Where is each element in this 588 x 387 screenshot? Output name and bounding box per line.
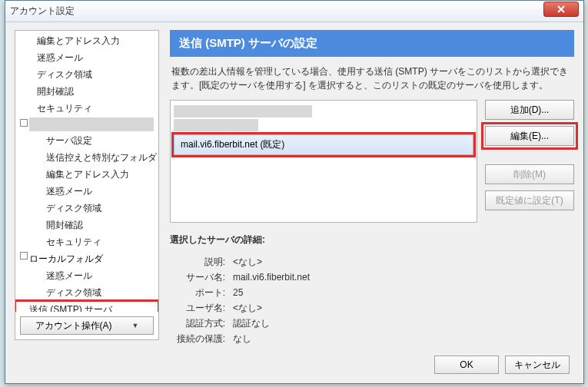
detail-key: ポート: <box>170 285 225 300</box>
detail-key: サーバ名: <box>170 270 225 285</box>
account-operations-label: アカウント操作(A) <box>35 319 112 332</box>
tree-item[interactable]: 開封確認 <box>15 83 158 100</box>
detail-key: ユーザ名: <box>170 300 225 316</box>
smtp-server-list[interactable]: mail.vi6.fiberbit.net (既定) <box>170 100 477 223</box>
ok-button[interactable]: OK <box>434 356 499 374</box>
account-tree: 編集とアドレス入力 迷惑メール ディスク領域 開封確認 セキュリティ サーバ設定… <box>15 31 158 312</box>
detail-value: <なし> <box>233 300 262 316</box>
edit-button[interactable]: 編集(E)... <box>485 126 574 146</box>
tree-item[interactable]: セキュリティ <box>15 100 158 117</box>
dialog-footer: OK キャンセル <box>434 356 570 374</box>
detail-key: 接続の保護: <box>170 331 225 346</box>
details-title: 選択したサーバの詳細: <box>170 233 574 246</box>
tree-item[interactable]: 送信控えと特別なフォルダ <box>15 149 158 166</box>
tree-item[interactable]: ディスク領域 <box>15 66 158 83</box>
cancel-button[interactable]: キャンセル <box>505 356 570 374</box>
detail-key: 認証方式: <box>170 316 225 331</box>
sidebar: 編集とアドレス入力 迷惑メール ディスク領域 開封確認 セキュリティ サーバ設定… <box>15 30 159 340</box>
remove-button[interactable]: 削除(M) <box>485 164 574 184</box>
window-title: アカウント設定 <box>10 5 543 18</box>
detail-value: <なし> <box>233 254 262 270</box>
tree-item[interactable]: サーバ設定 <box>15 132 158 149</box>
account-group <box>15 117 158 131</box>
detail-value: なし <box>233 331 251 346</box>
smtp-server-row-selected[interactable]: mail.vi6.fiberbit.net (既定) <box>174 134 473 155</box>
chevron-down-icon: ▼ <box>132 322 139 329</box>
close-button[interactable] <box>543 2 579 17</box>
local-folders-group: ローカルフォルダ <box>15 250 158 267</box>
detail-value: mail.vi6.fiberbit.net <box>233 270 310 285</box>
tree-item[interactable]: 開封確認 <box>15 217 158 233</box>
tree-item[interactable]: 迷惑メール <box>15 267 158 284</box>
server-buttons: 追加(D)... 編集(E)... 削除(M) 既定値に設定(T) <box>485 100 574 223</box>
server-list-item-redacted[interactable] <box>174 119 258 131</box>
main-panel: 送信 (SMTP) サーバの設定 複数の差出人情報を管理している場合、使用する送… <box>170 30 574 340</box>
titlebar: アカウント設定 <box>5 1 583 22</box>
tree-item[interactable]: 編集とアドレス入力 <box>15 32 158 49</box>
panel-description: 複数の差出人情報を管理している場合、使用する送信 (SMTP) サーバをこのリス… <box>170 64 574 92</box>
tree-item[interactable]: 編集とアドレス入力 <box>15 166 158 183</box>
tree-item[interactable]: セキュリティ <box>15 233 158 250</box>
smtp-server-item[interactable]: 送信 (SMTP) サーバ <box>15 301 158 312</box>
detail-value: 認証なし <box>233 316 270 331</box>
panel-header: 送信 (SMTP) サーバの設定 <box>170 30 574 57</box>
tree-item[interactable]: 迷惑メール <box>15 183 158 200</box>
detail-value: 25 <box>233 285 243 300</box>
detail-key: 説明: <box>170 254 225 270</box>
local-folders-label[interactable]: ローカルフォルダ <box>15 250 158 267</box>
account-settings-window: アカウント設定 編集とアドレス入力 迷惑メール ディスク領域 開封確認 セキュリ… <box>5 0 584 384</box>
details-box: 説明:<なし> サーバ名:mail.vi6.fiberbit.net ポート:2… <box>170 254 574 346</box>
twisty-icon[interactable] <box>20 252 28 260</box>
account-name-redacted[interactable] <box>29 117 154 131</box>
tree-item[interactable]: ディスク領域 <box>15 284 158 301</box>
close-icon <box>557 5 565 13</box>
twisty-icon[interactable] <box>20 119 28 127</box>
account-operations-button[interactable]: アカウント操作(A) ▼ <box>20 316 154 335</box>
tree-item[interactable]: 迷惑メール <box>15 49 158 66</box>
add-button[interactable]: 追加(D)... <box>485 100 574 120</box>
server-list-item-redacted[interactable] <box>174 105 312 117</box>
tree-item[interactable]: ディスク領域 <box>15 200 158 217</box>
set-default-button[interactable]: 既定値に設定(T) <box>485 190 574 210</box>
